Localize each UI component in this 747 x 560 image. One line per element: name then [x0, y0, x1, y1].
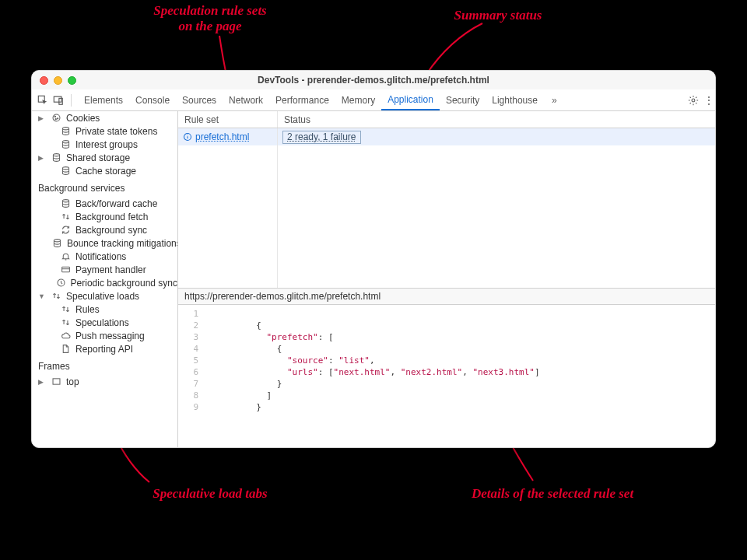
- sidebar-item-push-messaging[interactable]: Push messaging: [32, 329, 177, 342]
- db-icon: [60, 166, 71, 176]
- sidebar-item-private-state-tokens[interactable]: Private state tokens: [32, 124, 177, 138]
- window-title: DevTools - prerender-demos.glitch.me/pre…: [32, 75, 715, 86]
- db-icon: [60, 198, 71, 208]
- sidebar-item-speculations[interactable]: Speculations: [32, 316, 177, 329]
- sidebar-item-periodic-background-sync[interactable]: Periodic background sync: [32, 276, 177, 289]
- db-icon: [60, 139, 71, 149]
- frame-icon: [51, 376, 61, 387]
- tab-memory[interactable]: Memory: [335, 89, 381, 110]
- bell-icon: [60, 251, 71, 261]
- sync-icon: [60, 225, 71, 235]
- annotation-summary: Summary status: [436, 8, 560, 23]
- svg-point-8: [62, 128, 68, 130]
- sidebar-item-background-sync[interactable]: Background sync: [32, 223, 177, 236]
- cookie-icon: [51, 113, 61, 123]
- sidebar-item-top[interactable]: ▶top: [32, 375, 177, 388]
- ruleset-row[interactable]: prefetch.html 2 ready, 1 failure: [178, 128, 715, 145]
- svg-point-7: [55, 118, 56, 119]
- svg-point-11: [62, 167, 68, 170]
- tab-sources[interactable]: Sources: [176, 89, 223, 110]
- svg-rect-14: [61, 267, 69, 272]
- ruleset-table-body: [178, 145, 715, 288]
- svg-point-10: [53, 154, 59, 156]
- tab-performance[interactable]: Performance: [269, 89, 335, 110]
- annotation-tabs: Speculative load tabs: [124, 486, 296, 502]
- ruleset-link[interactable]: prefetch.html: [195, 131, 249, 142]
- updown-icon: [51, 291, 61, 301]
- ruleset-source-viewer[interactable]: 123456789 { "prefetch": [ { "source": "l…: [178, 305, 715, 447]
- db-icon: [52, 238, 62, 248]
- sidebar-item-rules[interactable]: Rules: [32, 303, 177, 316]
- tab-console[interactable]: Console: [129, 89, 176, 110]
- sidebar-item-bounce-tracking-mitigations[interactable]: Bounce tracking mitigations: [32, 236, 177, 250]
- svg-point-6: [57, 118, 58, 119]
- svg-point-9: [62, 141, 68, 143]
- sidebar-item-speculative-loads[interactable]: ▼Speculative loads: [32, 289, 177, 303]
- tab-lighthouse[interactable]: Lighthouse: [486, 89, 544, 110]
- group-background-services: Background services: [32, 177, 177, 197]
- svg-rect-1: [54, 96, 61, 102]
- tab-security[interactable]: Security: [440, 89, 486, 110]
- sidebar-item-back-forward-cache[interactable]: Back/forward cache: [32, 197, 177, 210]
- updown-icon: [60, 304, 71, 314]
- cloud-icon: [60, 331, 71, 341]
- tab-network[interactable]: Network: [223, 89, 269, 110]
- source-url-bar: https://prerender-demos.glitch.me/prefet…: [178, 288, 715, 305]
- clock-icon: [56, 278, 66, 288]
- window-titlebar: DevTools - prerender-demos.glitch.me/pre…: [32, 71, 715, 89]
- sidebar-item-notifications[interactable]: Notifications: [32, 250, 177, 263]
- svg-point-4: [53, 114, 60, 121]
- svg-point-20: [187, 135, 188, 135]
- info-circle-icon: [183, 132, 192, 142]
- more-tabs-icon[interactable]: »: [547, 95, 562, 106]
- svg-point-5: [54, 116, 55, 117]
- svg-point-13: [54, 240, 60, 242]
- updown-icon: [60, 317, 71, 327]
- inspect-icon[interactable]: [37, 94, 49, 107]
- kebab-menu-icon[interactable]: ⋮: [703, 94, 715, 107]
- svg-rect-2: [59, 98, 62, 104]
- db-icon: [60, 126, 71, 136]
- card-icon: [60, 264, 71, 275]
- application-sidebar: ▶CookiesPrivate state tokensInterest gro…: [32, 111, 178, 447]
- svg-point-3: [692, 99, 695, 102]
- sidebar-item-background-fetch[interactable]: Background fetch: [32, 210, 177, 223]
- source-code: { "prefetch": [ { "source": "list", "url…: [205, 305, 540, 447]
- status-cell[interactable]: 2 ready, 1 failure: [278, 128, 715, 145]
- status-summary[interactable]: 2 ready, 1 failure: [282, 131, 361, 144]
- sidebar-item-interest-groups[interactable]: Interest groups: [32, 138, 177, 151]
- db-icon: [51, 152, 61, 163]
- devtools-window: DevTools - prerender-demos.glitch.me/pre…: [31, 70, 716, 448]
- ruleset-cell[interactable]: prefetch.html: [178, 128, 278, 145]
- devtools-tabstrip: ElementsConsoleSourcesNetworkPerformance…: [32, 89, 715, 111]
- sidebar-item-cookies[interactable]: ▶Cookies: [32, 111, 177, 124]
- device-toggle-icon[interactable]: [52, 94, 65, 107]
- annotation-rulesets: Speculation rule setson the page: [132, 3, 288, 33]
- sidebar-item-cache-storage[interactable]: Cache storage: [32, 164, 177, 177]
- group-frames: Frames: [32, 355, 177, 375]
- doc-icon: [60, 344, 71, 354]
- updown-icon: [60, 212, 71, 222]
- settings-gear-icon[interactable]: [687, 94, 700, 107]
- annotation-details: Details of the selected rule set: [436, 486, 669, 502]
- ruleset-table-header: Rule set Status: [178, 111, 715, 128]
- svg-point-12: [62, 200, 68, 202]
- tab-application[interactable]: Application: [381, 89, 440, 110]
- line-gutter: 123456789: [178, 305, 205, 447]
- sidebar-item-payment-handler[interactable]: Payment handler: [32, 263, 177, 276]
- sidebar-item-reporting-api[interactable]: Reporting API: [32, 342, 177, 355]
- svg-rect-17: [53, 379, 60, 384]
- col-status[interactable]: Status: [278, 111, 715, 128]
- sidebar-item-shared-storage[interactable]: ▶Shared storage: [32, 151, 177, 164]
- tab-elements[interactable]: Elements: [78, 89, 129, 110]
- col-ruleset[interactable]: Rule set: [178, 111, 278, 128]
